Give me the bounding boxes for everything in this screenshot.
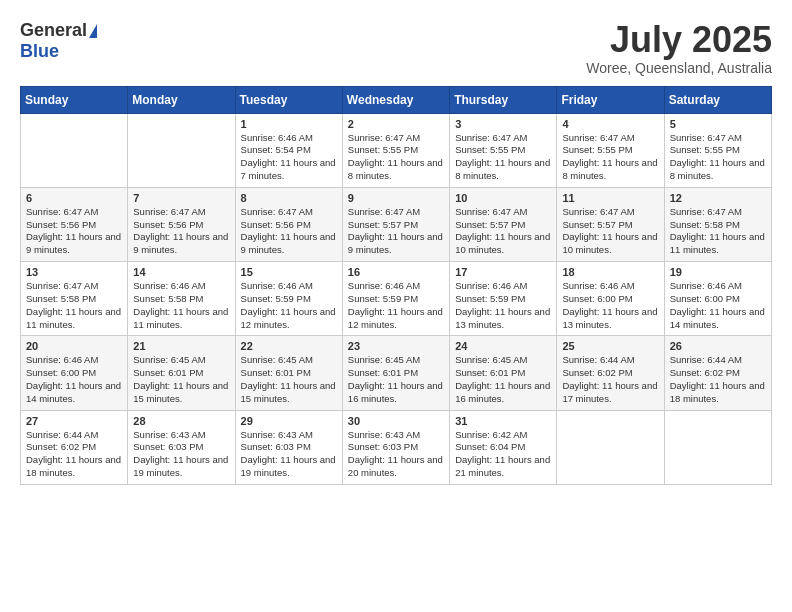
cell-content: Daylight: 11 hours and 16 minutes. [348,380,444,406]
calendar-cell: 9Sunrise: 6:47 AMSunset: 5:57 PMDaylight… [342,187,449,261]
day-number: 8 [241,192,337,204]
cell-content: Daylight: 11 hours and 19 minutes. [133,454,229,480]
logo-triangle-icon [89,24,97,38]
cell-content: Sunrise: 6:45 AM [348,354,444,367]
calendar-cell [557,410,664,484]
cell-content: Daylight: 11 hours and 14 minutes. [670,306,766,332]
logo-general-text: General [20,20,87,41]
calendar-cell: 20Sunrise: 6:46 AMSunset: 6:00 PMDayligh… [21,336,128,410]
day-number: 1 [241,118,337,130]
cell-content: Sunrise: 6:43 AM [133,429,229,442]
cell-content: Daylight: 11 hours and 11 minutes. [670,231,766,257]
cell-content: Sunrise: 6:47 AM [133,206,229,219]
location-subtitle: Woree, Queensland, Australia [586,60,772,76]
calendar-cell: 5Sunrise: 6:47 AMSunset: 5:55 PMDaylight… [664,113,771,187]
day-number: 5 [670,118,766,130]
day-number: 29 [241,415,337,427]
cell-content: Sunset: 6:00 PM [670,293,766,306]
calendar-cell: 31Sunrise: 6:42 AMSunset: 6:04 PMDayligh… [450,410,557,484]
day-number: 21 [133,340,229,352]
cell-content: Sunset: 5:54 PM [241,144,337,157]
calendar-cell: 18Sunrise: 6:46 AMSunset: 6:00 PMDayligh… [557,262,664,336]
cell-content: Sunset: 6:04 PM [455,441,551,454]
week-row-2: 6Sunrise: 6:47 AMSunset: 5:56 PMDaylight… [21,187,772,261]
cell-content: Sunset: 6:02 PM [26,441,122,454]
calendar-cell: 7Sunrise: 6:47 AMSunset: 5:56 PMDaylight… [128,187,235,261]
day-number: 10 [455,192,551,204]
day-number: 20 [26,340,122,352]
cell-content: Daylight: 11 hours and 11 minutes. [26,306,122,332]
day-number: 3 [455,118,551,130]
page-header: General Blue July 2025 Woree, Queensland… [20,20,772,76]
day-number: 14 [133,266,229,278]
cell-content: Daylight: 11 hours and 13 minutes. [562,306,658,332]
day-number: 30 [348,415,444,427]
day-number: 7 [133,192,229,204]
calendar-cell: 17Sunrise: 6:46 AMSunset: 5:59 PMDayligh… [450,262,557,336]
cell-content: Sunset: 5:56 PM [133,219,229,232]
day-number: 31 [455,415,551,427]
cell-content: Daylight: 11 hours and 13 minutes. [455,306,551,332]
cell-content: Sunset: 5:56 PM [26,219,122,232]
day-number: 11 [562,192,658,204]
month-year-title: July 2025 [586,20,772,60]
cell-content: Sunset: 6:02 PM [670,367,766,380]
week-row-1: 1Sunrise: 6:46 AMSunset: 5:54 PMDaylight… [21,113,772,187]
cell-content: Sunset: 5:57 PM [455,219,551,232]
calendar-cell: 28Sunrise: 6:43 AMSunset: 6:03 PMDayligh… [128,410,235,484]
cell-content: Daylight: 11 hours and 7 minutes. [241,157,337,183]
cell-content: Sunrise: 6:45 AM [455,354,551,367]
logo-blue-text: Blue [20,41,59,61]
cell-content: Sunrise: 6:46 AM [241,132,337,145]
cell-content: Daylight: 11 hours and 15 minutes. [241,380,337,406]
week-row-4: 20Sunrise: 6:46 AMSunset: 6:00 PMDayligh… [21,336,772,410]
cell-content: Daylight: 11 hours and 16 minutes. [455,380,551,406]
calendar-cell: 12Sunrise: 6:47 AMSunset: 5:58 PMDayligh… [664,187,771,261]
cell-content: Sunset: 6:03 PM [241,441,337,454]
weekday-header-wednesday: Wednesday [342,86,449,113]
cell-content: Sunrise: 6:46 AM [455,280,551,293]
cell-content: Sunset: 5:58 PM [26,293,122,306]
weekday-header-row: SundayMondayTuesdayWednesdayThursdayFrid… [21,86,772,113]
calendar-cell: 22Sunrise: 6:45 AMSunset: 6:01 PMDayligh… [235,336,342,410]
calendar-cell: 1Sunrise: 6:46 AMSunset: 5:54 PMDaylight… [235,113,342,187]
cell-content: Daylight: 11 hours and 10 minutes. [562,231,658,257]
cell-content: Sunrise: 6:45 AM [241,354,337,367]
cell-content: Sunset: 6:01 PM [241,367,337,380]
cell-content: Sunset: 6:03 PM [133,441,229,454]
cell-content: Sunrise: 6:47 AM [455,206,551,219]
day-number: 6 [26,192,122,204]
cell-content: Sunrise: 6:46 AM [241,280,337,293]
cell-content: Sunrise: 6:46 AM [562,280,658,293]
cell-content: Daylight: 11 hours and 19 minutes. [241,454,337,480]
day-number: 2 [348,118,444,130]
cell-content: Sunset: 5:57 PM [562,219,658,232]
cell-content: Daylight: 11 hours and 10 minutes. [455,231,551,257]
cell-content: Sunrise: 6:47 AM [348,132,444,145]
cell-content: Sunrise: 6:46 AM [670,280,766,293]
day-number: 16 [348,266,444,278]
week-row-5: 27Sunrise: 6:44 AMSunset: 6:02 PMDayligh… [21,410,772,484]
cell-content: Sunset: 5:55 PM [455,144,551,157]
weekday-header-tuesday: Tuesday [235,86,342,113]
cell-content: Sunset: 5:59 PM [241,293,337,306]
cell-content: Sunset: 5:55 PM [670,144,766,157]
cell-content: Sunset: 6:00 PM [562,293,658,306]
day-number: 9 [348,192,444,204]
cell-content: Daylight: 11 hours and 14 minutes. [26,380,122,406]
day-number: 22 [241,340,337,352]
cell-content: Sunrise: 6:47 AM [348,206,444,219]
calendar-cell: 29Sunrise: 6:43 AMSunset: 6:03 PMDayligh… [235,410,342,484]
cell-content: Sunset: 5:56 PM [241,219,337,232]
day-number: 13 [26,266,122,278]
cell-content: Daylight: 11 hours and 9 minutes. [348,231,444,257]
calendar-cell: 8Sunrise: 6:47 AMSunset: 5:56 PMDaylight… [235,187,342,261]
cell-content: Sunrise: 6:44 AM [26,429,122,442]
cell-content: Sunset: 5:57 PM [348,219,444,232]
cell-content: Daylight: 11 hours and 9 minutes. [241,231,337,257]
weekday-header-friday: Friday [557,86,664,113]
calendar-cell: 21Sunrise: 6:45 AMSunset: 6:01 PMDayligh… [128,336,235,410]
day-number: 26 [670,340,766,352]
cell-content: Sunrise: 6:42 AM [455,429,551,442]
cell-content: Sunset: 6:00 PM [26,367,122,380]
